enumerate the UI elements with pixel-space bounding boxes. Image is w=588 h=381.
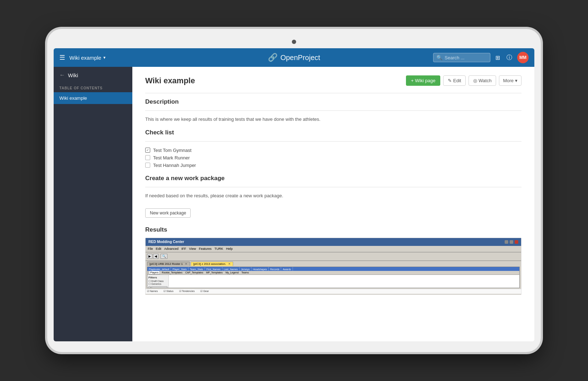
header-divider: [145, 93, 521, 93]
page-header: Wiki example + Wiki page ✎ Edit ◎ Watch …: [145, 75, 521, 86]
fake-app-bar: RED Modding Center: [146, 238, 521, 246]
create-divider: [145, 187, 521, 187]
search-icon: 🔍: [436, 55, 442, 60]
check-icon: ✓: [145, 148, 150, 153]
minimize-icon: [505, 240, 508, 244]
fake-content-body: Filters ☐ Draft Class ☐ Generics: [147, 275, 519, 288]
fake-tab-bar: [pIC3] URB 2012 Roster 1 ✕ [pIC3] z 2013…: [146, 261, 521, 266]
watch-button[interactable]: ◎ Watch: [469, 75, 496, 86]
grid-icon[interactable]: ⊞: [494, 53, 501, 63]
checklist-heading: Check list: [145, 129, 521, 136]
sidebar-item-wiki-example[interactable]: Wiki example: [54, 92, 132, 104]
results-screenshot: RED Modding Center File Edit Advanced IF…: [145, 238, 521, 295]
fake-tab-2: [pIC3] z 2013 association. ✕: [191, 262, 233, 266]
create-text: If needed based on the results, please c…: [145, 192, 521, 200]
more-button[interactable]: More ▾: [499, 75, 521, 86]
list-item: Test Mark Runner: [145, 154, 521, 162]
avatar[interactable]: MM: [517, 52, 529, 63]
new-work-package-button[interactable]: New work package: [145, 208, 191, 218]
hamburger-menu-icon[interactable]: ☰: [59, 54, 65, 61]
sidebar-wiki-label: Wiki: [68, 72, 78, 78]
fake-row-tabs: Players Rookie_Templates CAP_Templates M…: [147, 271, 519, 275]
help-icon[interactable]: ⓘ: [505, 53, 514, 63]
checkbox-icon: [145, 155, 150, 160]
nav-right-actions: 🔍 ⊞ ⓘ MM: [433, 52, 529, 63]
fake-content: Playbooks_default Player_Stats Team_Stat…: [147, 267, 520, 288]
fake-filters-panel: Filters ☐ Draft Class ☐ Generics: [147, 275, 169, 288]
back-arrow-icon[interactable]: ←: [59, 72, 65, 78]
page-actions: + Wiki page ✎ Edit ◎ Watch More ▾: [406, 75, 521, 86]
sidebar-wiki-header[interactable]: ← Wiki: [54, 67, 132, 83]
list-item: ✓ Test Tom Gymnast: [145, 147, 521, 154]
sidebar: ← Wiki TABLE OF CONTENTS Wiki example: [54, 67, 132, 341]
project-name-dropdown[interactable]: Wiki example ▾: [69, 55, 106, 61]
edit-button[interactable]: ✎ Edit: [443, 75, 466, 86]
search-input[interactable]: [445, 55, 487, 60]
close-icon: [515, 240, 518, 244]
fake-main-panel: [169, 275, 519, 288]
logo-icon: 🔗: [268, 53, 278, 62]
fake-bottom-row: ☑ Names ☑ Status ☑ Tendencies ☑ Gear: [146, 289, 521, 294]
tablet-camera: [292, 40, 296, 44]
fake-menu-bar: File Edit Advanced IFF View Features TUR…: [146, 246, 521, 252]
toc-label: TABLE OF CONTENTS: [54, 83, 132, 92]
list-item: Test Hannah Jumper: [145, 162, 521, 169]
description-text: This is where we keep all results of tra…: [145, 116, 521, 123]
more-chevron-icon: ▾: [515, 78, 518, 83]
checklist-divider: [145, 141, 521, 142]
content-area: Wiki example + Wiki page ✎ Edit ◎ Watch …: [132, 67, 534, 341]
search-box[interactable]: 🔍: [433, 53, 490, 62]
results-heading: Results: [145, 226, 521, 233]
app-title: OpenProject: [280, 54, 320, 62]
fake-column-headers: Playbooks_default Player_Stats Team_Stat…: [147, 267, 519, 271]
maximize-icon: [510, 240, 513, 244]
project-chevron-icon: ▾: [103, 55, 106, 60]
top-navigation: ☰ Wiki example ▾ 🔗 OpenProject 🔍 ⊞ ⓘ MM: [54, 48, 534, 67]
results-section: Results RED Modding Center File: [145, 226, 521, 295]
fake-new-button[interactable]: New: [148, 286, 167, 288]
wiki-page-button[interactable]: + Wiki page: [406, 75, 440, 86]
create-heading: Create a new work package: [145, 175, 521, 182]
fake-tab-1: [pIC3] URB 2012 Roster 1 ✕: [147, 262, 190, 266]
description-divider: [145, 110, 521, 111]
description-heading: Description: [145, 98, 521, 105]
checkbox-icon: [145, 163, 150, 168]
checklist: ✓ Test Tom Gymnast Test Mark Runner Test…: [145, 147, 521, 169]
fake-toolbar: ▶ ◀ 🔍: [146, 252, 521, 261]
app-logo: 🔗 OpenProject: [268, 53, 320, 62]
page-title: Wiki example: [145, 76, 195, 85]
